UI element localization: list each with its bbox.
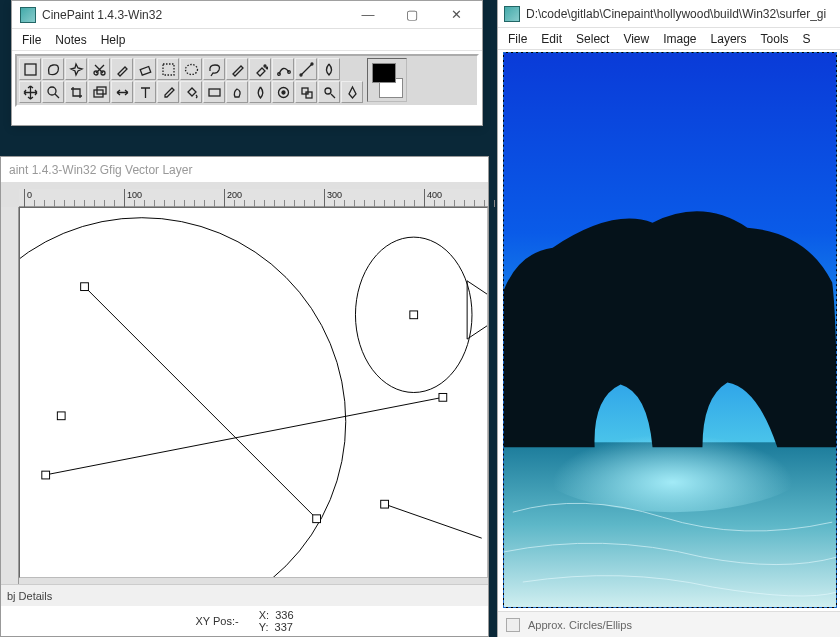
svg-rect-19 [306, 92, 312, 98]
tool-rect-dots[interactable] [157, 58, 179, 80]
image-canvas[interactable] [503, 52, 837, 608]
tool-pen2[interactable] [341, 81, 363, 103]
svg-rect-26 [81, 283, 89, 291]
ruler-tick: 400 [424, 189, 425, 207]
tool-palette [15, 54, 479, 107]
gfig-canvas[interactable] [19, 207, 488, 578]
toolbox-menu: File Notes Help [12, 29, 482, 51]
menu-edit[interactable]: Edit [541, 32, 562, 46]
svg-rect-30 [57, 412, 65, 420]
menu-notes[interactable]: Notes [55, 33, 86, 47]
close-button[interactable]: ✕ [434, 2, 478, 28]
ruler-tick: 300 [324, 189, 325, 207]
status-corner-icon[interactable] [506, 618, 520, 632]
svg-line-25 [385, 504, 482, 538]
menu-file[interactable]: File [508, 32, 527, 46]
tool-flip-h[interactable] [111, 81, 133, 103]
image-title: D:\code\gitlab\Cinepaint\hollywood\build… [526, 7, 826, 21]
menu-view[interactable]: View [623, 32, 649, 46]
image-menu: File Edit Select View Image Layers Tools… [498, 28, 840, 50]
tool-zoom[interactable] [42, 81, 64, 103]
app-icon [20, 7, 36, 23]
tool-eraser[interactable] [134, 58, 156, 80]
tool-free-select[interactable] [42, 58, 64, 80]
color-swatches[interactable] [367, 58, 407, 102]
maximize-button[interactable]: ▢ [390, 2, 434, 28]
svg-rect-3 [140, 66, 151, 75]
tool-lasso[interactable] [203, 58, 225, 80]
svg-point-6 [264, 65, 266, 67]
tool-picker[interactable] [157, 81, 179, 103]
tool-oval-dots[interactable] [180, 58, 202, 80]
tool-smudge[interactable] [226, 81, 248, 103]
svg-point-12 [48, 87, 56, 95]
ruler-tick: 0 [24, 189, 25, 207]
image-titlebar: D:\code\gitlab\Cinepaint\hollywood\build… [498, 0, 840, 28]
tool-ink[interactable] [318, 58, 340, 80]
tool-layers[interactable] [88, 81, 110, 103]
ruler-tick: 100 [124, 189, 125, 207]
svg-rect-29 [439, 393, 447, 401]
menu-tools[interactable]: Tools [761, 32, 789, 46]
menu-truncated[interactable]: S [803, 32, 811, 46]
tool-blur[interactable] [249, 81, 271, 103]
menu-file[interactable]: File [22, 33, 41, 47]
tool-measure[interactable] [295, 58, 317, 80]
tool-rect-select[interactable] [19, 58, 41, 80]
svg-point-21 [20, 218, 346, 577]
ruler-tick: 200 [224, 189, 225, 207]
tool-path[interactable] [272, 58, 294, 80]
menu-layers[interactable]: Layers [711, 32, 747, 46]
tool-gradient[interactable] [203, 81, 225, 103]
toolbox-window: CinePaint 1.4.3-Win32 — ▢ ✕ File Notes H… [11, 0, 483, 126]
gfig-window: aint 1.4.3-Win32 Gfig Vector Layer 01002… [0, 156, 489, 637]
svg-line-24 [45, 397, 443, 475]
tool-text[interactable] [134, 81, 156, 103]
tool-move[interactable] [19, 81, 41, 103]
tool-scissors[interactable] [88, 58, 110, 80]
ruler-vertical [1, 207, 19, 604]
image-statusbar: Approx. Circles/Ellips [498, 611, 840, 637]
tool-brush-dyn[interactable] [272, 81, 294, 103]
status-text: Approx. Circles/Ellips [528, 619, 632, 631]
svg-line-23 [84, 286, 317, 519]
svg-rect-27 [313, 515, 321, 523]
menu-select[interactable]: Select [576, 32, 609, 46]
svg-rect-31 [410, 311, 418, 319]
details-label: bj Details [7, 590, 52, 602]
svg-point-7 [266, 67, 268, 69]
svg-rect-4 [163, 64, 174, 75]
ruler-horizontal: 0100200300400 [19, 189, 488, 207]
tool-bucket[interactable] [180, 81, 202, 103]
x-value: 336 [275, 609, 293, 621]
foreground-color[interactable] [372, 63, 396, 83]
svg-point-5 [185, 64, 197, 74]
position-bar: XY Pos:- X: 336 Y: 337 [1, 606, 488, 636]
svg-rect-0 [25, 64, 36, 75]
menu-help[interactable]: Help [101, 33, 126, 47]
y-value: 337 [275, 621, 293, 633]
svg-rect-32 [381, 500, 389, 508]
svg-rect-15 [209, 89, 220, 96]
toolbox-title: CinePaint 1.4.3-Win32 [42, 8, 346, 22]
details-bar: bj Details [1, 584, 488, 606]
tool-pencil[interactable] [226, 58, 248, 80]
tool-crop[interactable] [65, 81, 87, 103]
tool-paintbrush[interactable] [111, 58, 133, 80]
gfig-title: aint 1.4.3-Win32 Gfig Vector Layer [1, 157, 488, 183]
tool-clone[interactable] [295, 81, 317, 103]
xy-label: XY Pos:- [195, 615, 238, 627]
toolbox-titlebar: CinePaint 1.4.3-Win32 — ▢ ✕ [12, 1, 482, 29]
tool-airbrush[interactable] [249, 58, 271, 80]
svg-point-17 [282, 91, 285, 94]
svg-point-20 [325, 88, 331, 94]
tool-fuzzy-select[interactable] [65, 58, 87, 80]
svg-rect-28 [42, 471, 50, 479]
svg-rect-18 [302, 88, 308, 94]
tool-dodge[interactable] [318, 81, 340, 103]
app-icon [504, 6, 520, 22]
minimize-button[interactable]: — [346, 2, 390, 28]
menu-image[interactable]: Image [663, 32, 696, 46]
image-window: D:\code\gitlab\Cinepaint\hollywood\build… [497, 0, 840, 637]
